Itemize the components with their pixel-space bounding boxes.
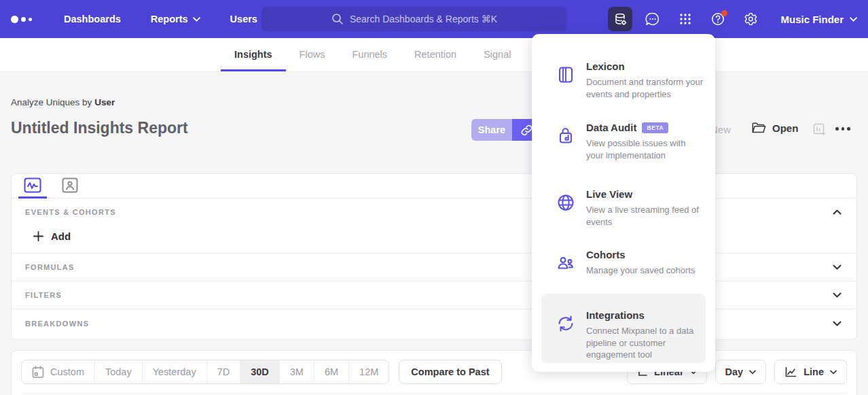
profiles-person-icon[interactable] [59,175,81,198]
page-title[interactable]: Untitled Insights Report [11,119,188,137]
search-placeholder: Search Dashboards & Reports ⌘K [350,14,497,24]
settings-gear-icon[interactable] [738,7,763,31]
formulas-section[interactable]: FORMULAS [12,253,856,281]
search-input[interactable]: Search Dashboards & Reports ⌘K [261,7,567,31]
insights-chart-icon[interactable] [21,175,44,198]
open-report-button[interactable]: Open [751,122,798,135]
mixpanel-dots-logo[interactable] [11,16,42,23]
navbar-right-cluster: Music Finder [608,7,857,31]
share-button[interactable]: Share [471,119,512,141]
date-option-6m[interactable]: 6M [314,360,349,383]
data-audit-icon [556,126,575,145]
add-to-dashboard-icon[interactable] [812,122,827,137]
divider [21,393,847,394]
primary-nav: Dashboards Reports Users [64,14,257,24]
feedback-icon[interactable] [640,7,665,31]
plus-icon [33,231,43,241]
project-name: Music Finder [780,14,844,25]
query-builder-card: EVENTS & COHORTS Add FORMULAS FILTERS BR… [11,173,857,340]
project-selector[interactable]: Music Finder [780,14,857,25]
date-option-custom[interactable]: Custom [22,360,95,383]
line-chart-icon [784,366,797,378]
interval-dropdown[interactable]: Day [715,360,767,384]
tab-flows[interactable]: Flows [286,38,339,71]
chart-type-dropdown[interactable]: Line [774,360,847,384]
analysis-kicker: Analyze Uniques byUser [11,97,115,107]
popover-item-integrations[interactable]: Integrations Connect Mixpanel to a data … [541,294,706,363]
chevron-down-icon [833,321,842,326]
data-management-icon[interactable] [608,7,632,31]
calendar-icon [32,366,44,379]
notification-dot [721,10,727,16]
chevron-down-icon [833,264,842,270]
search-icon [331,13,344,25]
builder-tabs [12,174,856,199]
help-icon[interactable] [706,7,730,31]
analysis-entity[interactable]: User [94,97,115,107]
date-option-yesterday[interactable]: Yesterday [143,360,207,383]
date-option-30d[interactable]: 30D [240,360,280,383]
compare-to-past-button[interactable]: Compare to Past [399,360,501,384]
filters-section[interactable]: FILTERS [12,281,856,309]
section-label: EVENTS & COHORTS [25,208,116,216]
cohorts-people-icon [556,254,575,273]
live-view-globe-icon [556,193,575,212]
data-management-popover: Lexicon Document and transform your even… [532,34,715,372]
top-navbar: Dashboards Reports Users Search Dashboar… [0,0,868,38]
app-window: Dashboards Reports Users Search Dashboar… [0,0,868,395]
chevron-down-icon [830,370,837,375]
chart-controls-card: Custom Today Yesterday 7D 30D 3M 6M 12M … [11,350,857,395]
chevron-down-icon [193,17,200,22]
tab-funnels[interactable]: Funnels [338,38,401,71]
nav-users[interactable]: Users [230,14,257,24]
add-event-button[interactable]: Add [12,219,856,253]
nav-reports[interactable]: Reports [151,14,200,24]
date-option-today[interactable]: Today [95,360,143,383]
date-option-7d[interactable]: 7D [207,360,241,383]
date-range-segmented: Custom Today Yesterday 7D 30D 3M 6M 12M [21,360,389,384]
folder-icon [751,122,766,135]
lexicon-book-icon [556,65,575,84]
nav-dashboards[interactable]: Dashboards [64,14,121,24]
more-options-icon[interactable] [835,127,850,131]
tab-signal[interactable]: Signal [470,38,524,71]
chevron-down-icon [749,370,756,375]
events-cohorts-header[interactable]: EVENTS & COHORTS [12,199,856,216]
tab-insights[interactable]: Insights [221,38,286,71]
apps-grid-icon[interactable] [673,7,698,31]
link-icon [520,124,533,137]
date-option-3m[interactable]: 3M [280,360,314,383]
date-option-12m[interactable]: 12M [349,360,388,383]
chevron-down-icon [833,292,842,298]
integrations-sync-icon [556,314,575,333]
beta-badge: BETA [642,122,668,133]
breakdowns-section[interactable]: BREAKDOWNS [12,309,856,337]
chevron-down-icon [850,17,857,22]
report-tabs-bar: Insights Flows Funnels Retention Signal … [0,38,868,72]
tab-retention[interactable]: Retention [401,38,470,71]
share-split-button: Share [471,119,541,141]
chevron-up-icon[interactable] [833,209,842,215]
